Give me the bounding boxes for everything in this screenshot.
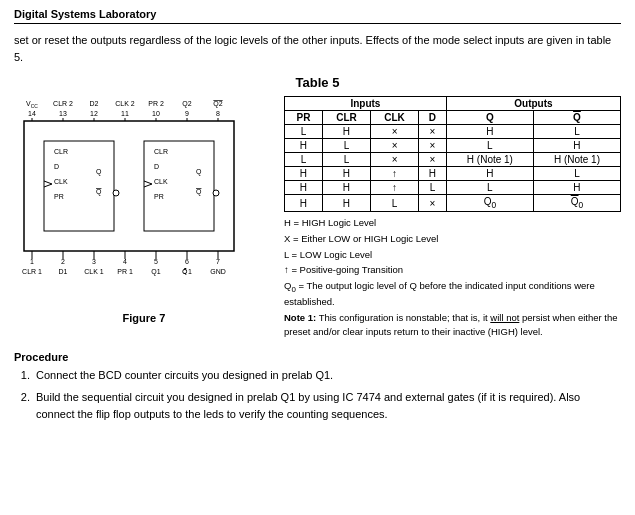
svg-text:CLK 2: CLK 2	[115, 100, 135, 107]
table-row: L H × × H L	[285, 125, 621, 139]
svg-text:13: 13	[59, 110, 67, 117]
header-title: Digital Systems Laboratory	[14, 8, 156, 20]
svg-text:GND: GND	[210, 268, 226, 275]
inputs-header: Inputs	[285, 97, 447, 111]
svg-text:CLK: CLK	[154, 178, 168, 185]
page-header: Digital Systems Laboratory	[14, 8, 621, 24]
svg-text:CLR 2: CLR 2	[53, 100, 73, 107]
svg-text:CLR 1: CLR 1	[22, 268, 42, 275]
svg-text:2: 2	[61, 258, 65, 265]
svg-text:VCC: VCC	[26, 100, 38, 109]
svg-text:4: 4	[123, 258, 127, 265]
svg-text:7: 7	[216, 258, 220, 265]
table-row: H H L × Q0 Q0	[285, 195, 621, 212]
svg-text:Q1: Q1	[151, 268, 160, 276]
list-item: 1. Connect the BCD counter circuits you …	[14, 367, 621, 384]
procedure-list: 1. Connect the BCD counter circuits you …	[14, 367, 621, 423]
figure-area: VCC CLR 2 D2 CLK 2 PR 2 Q2 Q2 14 13 12 1…	[14, 96, 274, 341]
figure-label: Figure 7	[123, 312, 166, 324]
figure7-svg: VCC CLR 2 D2 CLK 2 PR 2 Q2 Q2 14 13 12 1…	[14, 96, 274, 306]
svg-text:CLK: CLK	[54, 178, 68, 185]
svg-text:5: 5	[154, 258, 158, 265]
svg-text:CLR: CLR	[54, 148, 68, 155]
procedure-title: Procedure	[14, 351, 621, 363]
svg-text:CLR: CLR	[154, 148, 168, 155]
svg-point-58	[213, 190, 219, 196]
svg-text:D: D	[154, 163, 159, 170]
col-q: Q	[446, 111, 533, 125]
svg-text:Q: Q	[196, 168, 202, 176]
intro-paragraph: set or reset the outputs regardless of t…	[14, 32, 621, 65]
table-row: H H ↑ H H L	[285, 167, 621, 181]
svg-text:14: 14	[28, 110, 36, 117]
table5-label: Table 5	[14, 75, 621, 90]
svg-text:1: 1	[30, 258, 34, 265]
content-row: VCC CLR 2 D2 CLK 2 PR 2 Q2 Q2 14 13 12 1…	[14, 96, 621, 341]
outputs-header: Outputs	[446, 97, 620, 111]
svg-text:CLK 1: CLK 1	[84, 268, 104, 275]
svg-text:10: 10	[152, 110, 160, 117]
svg-text:Q̄1: Q̄1	[182, 268, 192, 275]
table-row: H H ↑ L L H	[285, 181, 621, 195]
svg-text:D: D	[54, 163, 59, 170]
col-clr: CLR	[322, 111, 370, 125]
col-clk: CLK	[371, 111, 419, 125]
svg-text:Q: Q	[96, 188, 102, 196]
svg-text:Q: Q	[96, 168, 102, 176]
svg-text:3: 3	[92, 258, 96, 265]
svg-text:D2: D2	[90, 100, 99, 107]
table-row: L L × × H (Note 1) H (Note 1)	[285, 153, 621, 167]
svg-text:Q: Q	[196, 188, 202, 196]
list-item: 2. Build the sequential circuit you desi…	[14, 389, 621, 422]
svg-text:PR 2: PR 2	[148, 100, 164, 107]
svg-text:PR 1: PR 1	[117, 268, 133, 275]
table-notes: H = HIGH Logic Level X = Either LOW or H…	[284, 216, 621, 341]
col-d: D	[419, 111, 447, 125]
svg-text:PR: PR	[54, 193, 64, 200]
procedure-section: Procedure 1. Connect the BCD counter cir…	[14, 351, 621, 423]
svg-text:11: 11	[121, 110, 129, 117]
col-pr: PR	[285, 111, 323, 125]
svg-text:Q2: Q2	[213, 100, 222, 108]
svg-text:6: 6	[185, 258, 189, 265]
svg-text:12: 12	[90, 110, 98, 117]
truth-table: Inputs Outputs PR CLR CLK D Q Q L H × ×	[284, 96, 621, 212]
col-qbar: Q	[533, 111, 620, 125]
svg-point-57	[113, 190, 119, 196]
svg-text:9: 9	[185, 110, 189, 117]
svg-text:Q2: Q2	[182, 100, 191, 108]
svg-text:PR: PR	[154, 193, 164, 200]
svg-text:D1: D1	[59, 268, 68, 275]
svg-text:8: 8	[216, 110, 220, 117]
table-area: Inputs Outputs PR CLR CLK D Q Q L H × ×	[284, 96, 621, 341]
table-row: H L × × L H	[285, 139, 621, 153]
